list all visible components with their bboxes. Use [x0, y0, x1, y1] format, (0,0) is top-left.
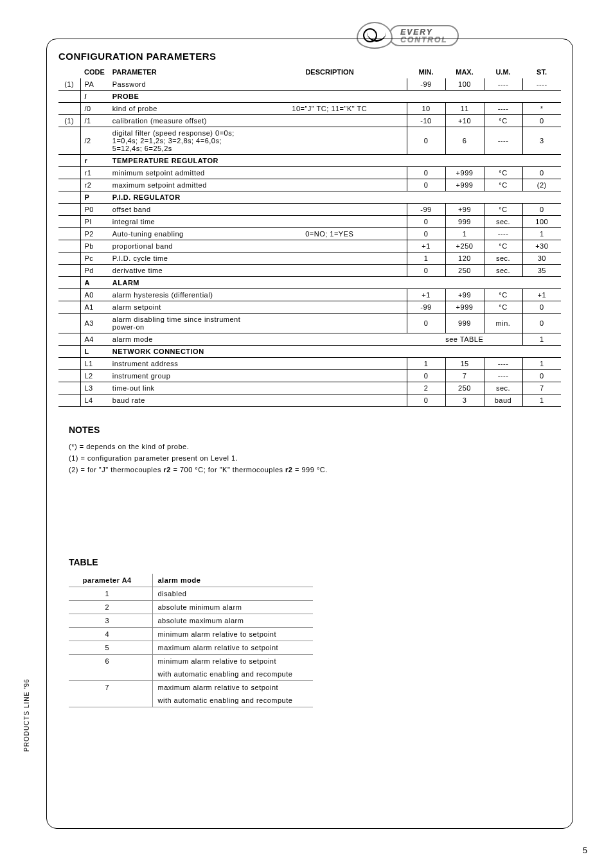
cell-desc — [253, 289, 407, 301]
cell-code: r — [80, 155, 109, 167]
mode-col-param: parameter A4 — [69, 574, 152, 587]
cell-um: sec. — [484, 216, 522, 228]
table-row: 5maximum alarm relative to setpoint — [69, 641, 313, 655]
side-label: PRODUCTS LINE '96 — [23, 678, 30, 752]
note-line: (2) = for "J" thermocouples r2 = 700 °C;… — [69, 466, 561, 474]
cell-code: L3 — [80, 382, 109, 394]
cell-flag — [58, 358, 80, 370]
cell-st: 100 — [522, 216, 561, 228]
table-row: 3absolute maximum alarm — [69, 614, 313, 628]
cell-flag — [58, 167, 80, 179]
cell-desc — [253, 179, 407, 191]
cell-desc — [253, 216, 407, 228]
cell-mode-desc: absolute maximum alarm — [152, 614, 313, 628]
cell-max: 7 — [445, 370, 484, 382]
cell-code: r1 — [80, 167, 109, 179]
cell-max: 999 — [445, 314, 484, 333]
cell-desc — [253, 127, 407, 155]
table-row: PP.I.D. REGULATOR — [58, 191, 561, 204]
cell-desc — [253, 167, 407, 179]
table-row: L4baud rate03baud1 — [58, 394, 561, 407]
cell-code: A0 — [80, 289, 109, 301]
cell-mode-value: 4 — [69, 628, 152, 641]
cell-st: 0 — [522, 314, 561, 333]
cell-flag — [58, 333, 80, 346]
cell-max: +999 — [445, 301, 484, 314]
col-code: CODE — [80, 66, 109, 78]
cell-code: /1 — [80, 115, 109, 127]
cell-flag — [58, 314, 80, 333]
table-row: /0kind of probe10="J" TC; 11="K" TC1011-… — [58, 103, 561, 115]
cell-param: calibration (measure offset) — [109, 115, 253, 127]
table-title: TABLE — [69, 557, 561, 567]
table-row: A4alarm modesee TABLE1 — [58, 333, 561, 346]
page-frame: CONFIGURATION PARAMETERS CODE PARAMETER … — [46, 39, 573, 829]
cell-st: +1 — [522, 289, 561, 301]
cell-mode-value: 7 — [69, 681, 152, 695]
parameters-table: CODE PARAMETER DESCRIPTION MIN. MAX. U.M… — [58, 66, 561, 407]
cell-mode-value: 5 — [69, 641, 152, 655]
col-st: ST. — [522, 66, 561, 78]
cell-st: (2) — [522, 179, 561, 191]
table-row: with automatic enabling and recompute — [69, 668, 313, 681]
cell-um: °C — [484, 240, 522, 252]
table-row: P2Auto-tuning enabling0=NO; 1=YES01----1 — [58, 228, 561, 240]
cell-um: °C — [484, 204, 522, 216]
cell-desc — [253, 394, 407, 407]
cell-min: 2 — [407, 382, 445, 394]
cell-param: Auto-tuning enabling — [109, 228, 253, 240]
table-row: parameter A4 alarm mode — [69, 574, 313, 587]
cell-code: L2 — [80, 370, 109, 382]
cell-flag — [58, 191, 80, 204]
cell-max: 999 — [445, 216, 484, 228]
col-max: MAX. — [445, 66, 484, 78]
cell-um: min. — [484, 314, 522, 333]
cell-min: 1 — [407, 358, 445, 370]
cell-flag — [58, 216, 80, 228]
cell-flag — [58, 301, 80, 314]
col-min: MIN. — [407, 66, 445, 78]
cell-um: sec. — [484, 265, 522, 277]
cell-max: +99 — [445, 289, 484, 301]
cell-st: 0 — [522, 115, 561, 127]
cell-st: 0 — [522, 167, 561, 179]
cell-code: A3 — [80, 314, 109, 333]
cell-st: * — [522, 103, 561, 115]
cell-um: ---- — [484, 78, 522, 91]
cell-min: 0 — [407, 167, 445, 179]
cell-mode-value — [69, 694, 152, 707]
table-row: 4minimum alarm relative to setpoint — [69, 628, 313, 641]
alarm-mode-table: parameter A4 alarm mode 1disabled2absolu… — [69, 574, 313, 707]
cell-param: alarm mode — [109, 333, 253, 346]
cell-um: °C — [484, 301, 522, 314]
cell-min: 1 — [407, 252, 445, 265]
table-row: A0alarm hysteresis (differential)+1+99°C… — [58, 289, 561, 301]
cell-desc — [253, 333, 407, 346]
cell-mode-value: 1 — [69, 587, 152, 601]
cell-code: P0 — [80, 204, 109, 216]
cell-st: 30 — [522, 252, 561, 265]
cell-code: Pc — [80, 252, 109, 265]
table-row: P0offset band-99+99°C0 — [58, 204, 561, 216]
table-row: PcP.I.D. cycle time1120sec.30 — [58, 252, 561, 265]
cell-flag — [58, 394, 80, 407]
cell-flag — [58, 382, 80, 394]
cell-max: 250 — [445, 265, 484, 277]
cell-min: -99 — [407, 301, 445, 314]
cell-mode-desc: with automatic enabling and recompute — [152, 694, 313, 707]
cell-flag — [58, 277, 80, 289]
table-row: (1)PAPassword-99100-------- — [58, 78, 561, 91]
cell-max: +999 — [445, 167, 484, 179]
col-parameter: PARAMETER — [109, 66, 253, 78]
cell-flag — [58, 370, 80, 382]
cell-code: PA — [80, 78, 109, 91]
cell-min: +1 — [407, 289, 445, 301]
cell-um: sec. — [484, 252, 522, 265]
cell-flag — [58, 265, 80, 277]
cell-st: 1 — [522, 358, 561, 370]
table-row: /2digital filter (speed response) 0=0s; … — [58, 127, 561, 155]
section-title: CONFIGURATION PARAMETERS — [58, 51, 561, 62]
cell-max: 120 — [445, 252, 484, 265]
cell-desc — [253, 314, 407, 333]
cell-code: /2 — [80, 127, 109, 155]
